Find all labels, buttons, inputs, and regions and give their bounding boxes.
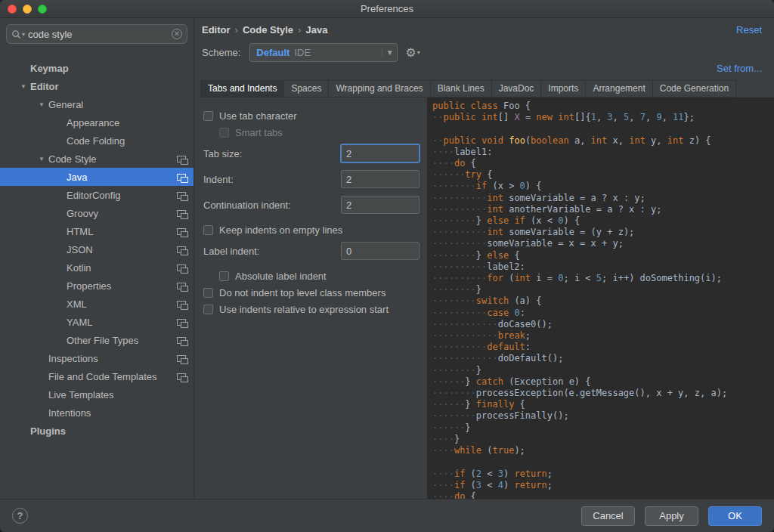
sidebar-item-label: Code Folding bbox=[67, 135, 186, 147]
sidebar-item-editorconfig[interactable]: EditorConfig bbox=[0, 186, 194, 204]
sidebar-item-properties[interactable]: Properties bbox=[0, 277, 194, 295]
indents-relative-row: Use indents relative to expression start bbox=[203, 301, 420, 317]
ok-button[interactable]: OK bbox=[708, 506, 762, 526]
no-indent-top-level-label: Do not indent top level class members bbox=[219, 287, 385, 298]
clear-search-icon[interactable]: ✕ bbox=[172, 29, 182, 39]
close-button[interactable] bbox=[8, 5, 17, 14]
sidebar-item-plugins[interactable]: Plugins bbox=[0, 422, 194, 440]
scheme-suffix: IDE bbox=[294, 47, 382, 58]
keep-indents-row: Keep indents on empty lines bbox=[203, 221, 420, 238]
code-line bbox=[432, 456, 774, 468]
keep-indents-checkbox[interactable] bbox=[203, 225, 213, 235]
code-preview[interactable]: public class Foo {··public int[] X = new… bbox=[427, 97, 774, 499]
sidebar-item-live-templates[interactable]: Live Templates bbox=[0, 385, 194, 404]
sidebar-item-label: Other File Types bbox=[67, 335, 172, 346]
code-line: ··········int someVariable = (y + z); bbox=[432, 227, 774, 238]
sidebar-item-other-file-types[interactable]: Other File Types bbox=[0, 331, 194, 349]
sidebar-item-code-style[interactable]: ▾Code Style bbox=[0, 150, 194, 168]
sidebar-item-intentions[interactable]: Intentions bbox=[0, 404, 194, 422]
code-line: ··········int someVariable = a ? x : y; bbox=[432, 193, 774, 204]
indent-label: Indent: bbox=[203, 174, 341, 185]
search-history-arrow-icon[interactable]: ▾ bbox=[22, 31, 25, 38]
sidebar-item-label: Inspections bbox=[48, 353, 172, 364]
smart-tabs-checkbox[interactable] bbox=[219, 128, 229, 138]
tab-blank-lines[interactable]: Blank Lines bbox=[430, 80, 492, 97]
sidebar-item-label: HTML bbox=[67, 226, 172, 237]
tab-tabs-and-indents[interactable]: Tabs and Indents bbox=[200, 80, 284, 97]
search-input[interactable] bbox=[28, 29, 172, 40]
code-line: ············doDefault(); bbox=[432, 353, 774, 364]
sidebar-item-appearance[interactable]: Appearance bbox=[0, 113, 194, 131]
apply-button[interactable]: Apply bbox=[645, 506, 698, 526]
page-header: Editor›Code Style›Java Reset Scheme: Def… bbox=[194, 18, 774, 97]
tab-size-input[interactable] bbox=[341, 144, 420, 162]
sidebar-item-html[interactable]: HTML bbox=[0, 222, 194, 240]
sidebar-item-editor[interactable]: ▾Editor bbox=[0, 77, 194, 95]
scheme-dropdown[interactable]: Default IDE ▼ bbox=[249, 43, 398, 62]
sidebar-item-keymap[interactable]: Keymap bbox=[0, 59, 194, 77]
tab-arrangement[interactable]: Arrangement bbox=[585, 80, 652, 97]
code-line: ····if (2 < 3) return; bbox=[432, 469, 774, 480]
shareable-settings-icon bbox=[177, 373, 186, 380]
chevron-down-icon[interactable]: ▼ bbox=[382, 48, 397, 57]
absolute-label-indent-checkbox[interactable] bbox=[219, 271, 229, 281]
search-field[interactable]: ▾ ✕ bbox=[6, 24, 187, 44]
set-from-link[interactable]: Set from... bbox=[717, 63, 762, 74]
indent-row: Indent: bbox=[203, 170, 420, 188]
chevron-expanded-icon[interactable]: ▾ bbox=[35, 101, 48, 108]
no-indent-top-level-checkbox[interactable] bbox=[203, 288, 213, 298]
settings-main: Editor›Code Style›Java Reset Scheme: Def… bbox=[194, 18, 774, 499]
tab-spaces[interactable]: Spaces bbox=[283, 80, 329, 97]
code-line: ········} else { bbox=[432, 250, 774, 261]
tab-wrapping-and-braces[interactable]: Wrapping and Braces bbox=[328, 80, 430, 97]
shareable-settings-icon bbox=[177, 228, 186, 235]
zoom-button[interactable] bbox=[38, 5, 47, 14]
breadcrumb-code-style: Code Style bbox=[243, 24, 293, 36]
reset-link[interactable]: Reset bbox=[736, 24, 762, 36]
shareable-settings-icon bbox=[177, 246, 186, 253]
indents-relative-checkbox[interactable] bbox=[203, 305, 213, 314]
shareable-settings-icon bbox=[177, 355, 186, 362]
label-indent-input[interactable] bbox=[341, 242, 420, 260]
sidebar-item-code-folding[interactable]: Code Folding bbox=[0, 131, 194, 150]
code-line: ········} else if (x < 0) { bbox=[432, 215, 774, 227]
chevron-expanded-icon[interactable]: ▾ bbox=[17, 82, 30, 90]
use-tab-character-row: Use tab character bbox=[203, 107, 420, 124]
code-line: ············break; bbox=[432, 330, 774, 342]
indent-input[interactable] bbox=[341, 170, 420, 188]
help-icon[interactable]: ? bbox=[12, 508, 28, 524]
code-line: ··········default: bbox=[432, 342, 774, 353]
gear-dropdown-arrow-icon: ▾ bbox=[417, 49, 420, 56]
sidebar-item-inspections[interactable]: Inspections bbox=[0, 349, 194, 367]
sidebar-item-file-and-code-templates[interactable]: File and Code Templates bbox=[0, 367, 194, 385]
use-tab-character-checkbox[interactable] bbox=[203, 111, 213, 121]
sidebar-item-json[interactable]: JSON bbox=[0, 240, 194, 258]
breadcrumb-separator: › bbox=[298, 24, 301, 36]
sidebar-item-label: Intentions bbox=[48, 407, 186, 419]
sidebar-item-kotlin[interactable]: Kotlin bbox=[0, 258, 194, 277]
shareable-settings-icon bbox=[177, 337, 186, 344]
scheme-label: Scheme: bbox=[202, 47, 240, 58]
code-line: ··········for (int i = 0; i < 5; i++) do… bbox=[432, 273, 774, 284]
continuation-indent-input[interactable] bbox=[341, 196, 420, 214]
minimize-button[interactable] bbox=[23, 5, 32, 14]
code-line: ········switch (a) { bbox=[432, 295, 774, 307]
sidebar-item-yaml[interactable]: YAML bbox=[0, 313, 194, 331]
tab-imports[interactable]: Imports bbox=[540, 80, 586, 97]
window-title: Preferences bbox=[361, 3, 413, 14]
tab-javadoc[interactable]: JavaDoc bbox=[491, 80, 542, 97]
chevron-expanded-icon[interactable]: ▾ bbox=[35, 155, 48, 162]
tab-code-generation[interactable]: Code Generation bbox=[652, 80, 736, 97]
breadcrumb-editor: Editor bbox=[202, 24, 231, 36]
gear-icon[interactable]: ⚙▾ bbox=[405, 45, 420, 60]
sidebar-item-label: Java bbox=[67, 172, 172, 183]
shareable-settings-icon bbox=[177, 210, 186, 217]
sidebar-item-general[interactable]: ▾General bbox=[0, 95, 194, 113]
sidebar-item-xml[interactable]: XML bbox=[0, 295, 194, 313]
sidebar-item-java[interactable]: Java bbox=[0, 168, 194, 186]
cancel-button[interactable]: Cancel bbox=[581, 506, 635, 526]
sidebar-item-groovy[interactable]: Groovy bbox=[0, 204, 194, 222]
code-line: ······} bbox=[432, 422, 774, 434]
sidebar-item-label: General bbox=[48, 99, 186, 110]
tab-size-label: Tab size: bbox=[203, 148, 341, 159]
